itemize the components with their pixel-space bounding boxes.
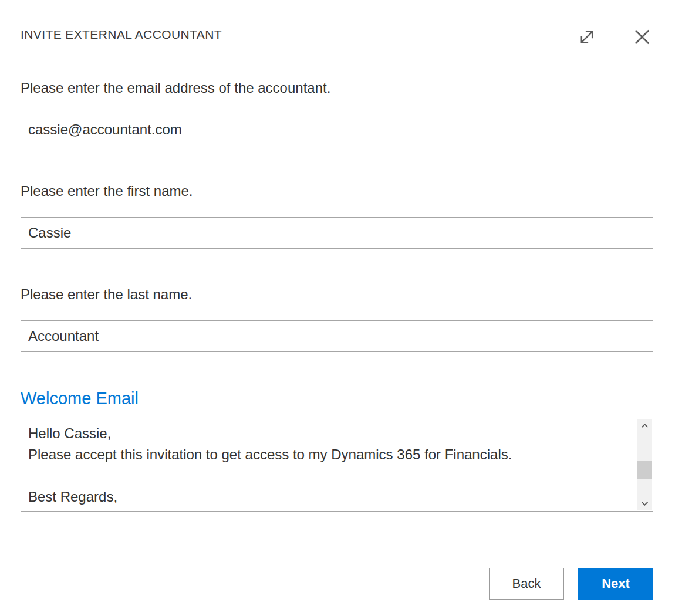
welcome-email-link[interactable]: Welcome Email [21,388,139,408]
scrollbar-thumb[interactable] [637,461,652,479]
first-name-field-group: Please enter the first name. [21,183,653,249]
header-icons [576,26,653,48]
email-input[interactable] [21,114,653,145]
back-button[interactable]: Back [489,568,564,600]
first-name-input[interactable] [21,217,653,249]
next-button[interactable]: Next [578,568,653,600]
welcome-email-body[interactable]: Hello Cassie, Please accept this invitat… [21,418,637,511]
dialog-footer: Back Next [21,568,653,600]
email-label: Please enter the email address of the ac… [21,80,653,96]
textarea-scrollbar[interactable] [637,419,652,510]
close-icon[interactable] [631,26,653,48]
welcome-email-textarea[interactable]: Hello Cassie, Please accept this invitat… [21,418,653,512]
expand-icon[interactable] [576,26,598,48]
invite-external-accountant-dialog: INVITE EXTERNAL ACCOUNTANT Please enter … [0,27,675,616]
first-name-label: Please enter the first name. [21,183,653,199]
email-field-group: Please enter the email address of the ac… [21,80,653,145]
scrollbar-track[interactable] [637,433,652,496]
dialog-title: INVITE EXTERNAL ACCOUNTANT [21,27,222,42]
dialog-header: INVITE EXTERNAL ACCOUNTANT [21,27,653,48]
last-name-field-group: Please enter the last name. [21,286,653,352]
last-name-input[interactable] [21,320,653,352]
chevron-down-icon[interactable] [637,496,652,510]
last-name-label: Please enter the last name. [21,286,653,303]
chevron-up-icon[interactable] [637,419,652,433]
